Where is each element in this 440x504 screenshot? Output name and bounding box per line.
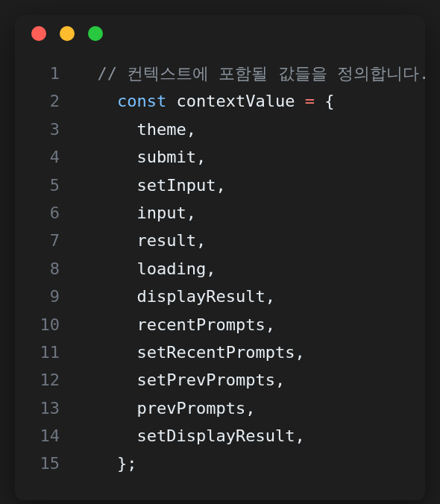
code-line: 5 setInput,	[30, 171, 410, 199]
token-identifier: setPrevPrompts,	[136, 371, 285, 389]
line-number: 10	[30, 311, 60, 338]
line-number: 5	[30, 171, 60, 199]
code-content: setRecentPrompts,	[78, 338, 305, 366]
token-identifier: prevPrompts,	[136, 399, 255, 418]
code-line: 13 prevPrompts,	[30, 394, 410, 422]
token-operator: =	[305, 92, 315, 110]
line-number: 2	[30, 87, 60, 115]
code-content: // 컨텍스트에 포함될 값들을 정의합니다.	[78, 60, 425, 87]
line-number: 11	[30, 338, 60, 366]
token-identifier: input,	[136, 204, 195, 222]
code-content: setInput,	[78, 171, 226, 199]
code-content: submit,	[78, 143, 206, 171]
code-content: };	[78, 450, 136, 477]
token-identifier: setInput,	[136, 176, 225, 195]
code-content: setPrevPrompts,	[78, 366, 285, 394]
token-punct: };	[117, 454, 137, 473]
code-line: 9 displayResult,	[30, 283, 410, 310]
code-line: 8 loading,	[30, 255, 410, 283]
line-number: 12	[30, 366, 60, 394]
code-line: 6 input,	[30, 199, 410, 227]
code-content: prevPrompts,	[78, 394, 255, 422]
titlebar	[15, 15, 425, 52]
code-content: displayResult,	[78, 283, 275, 310]
maximize-icon[interactable]	[88, 26, 103, 41]
code-line: 1 // 컨텍스트에 포함될 값들을 정의합니다.	[30, 60, 410, 87]
code-line: 3 theme,	[30, 116, 410, 143]
token-identifier: contextValue	[166, 92, 304, 110]
token-identifier: recentPrompts,	[136, 315, 274, 334]
token-identifier: setRecentPrompts,	[136, 343, 304, 362]
line-number: 4	[30, 143, 60, 171]
token-identifier: displayResult,	[136, 287, 274, 306]
code-content: recentPrompts,	[78, 311, 275, 338]
token-punct: {	[315, 92, 335, 110]
line-number: 9	[30, 283, 60, 310]
token-identifier: loading,	[136, 259, 216, 278]
close-icon[interactable]	[31, 26, 46, 41]
code-content: setDisplayResult,	[78, 422, 305, 450]
code-content: theme,	[78, 116, 196, 143]
token-identifier: theme,	[136, 120, 195, 139]
line-number: 3	[30, 116, 60, 143]
line-number: 8	[30, 255, 60, 283]
line-number: 13	[30, 394, 60, 422]
code-area[interactable]: 1 // 컨텍스트에 포함될 값들을 정의합니다.2 const context…	[15, 52, 425, 500]
code-window: 1 // 컨텍스트에 포함될 값들을 정의합니다.2 const context…	[15, 15, 425, 500]
line-number: 14	[30, 422, 60, 450]
minimize-icon[interactable]	[60, 26, 75, 41]
token-identifier: submit,	[136, 148, 206, 166]
code-line: 2 const contextValue = {	[30, 87, 410, 115]
code-content: loading,	[78, 255, 216, 283]
code-line: 15 };	[30, 450, 410, 477]
token-identifier: result,	[136, 231, 206, 250]
line-number: 6	[30, 199, 60, 227]
token-comment: // 컨텍스트에 포함될 값들을 정의합니다.	[98, 64, 426, 83]
token-keyword: const	[117, 92, 166, 110]
code-content: result,	[78, 227, 206, 254]
code-line: 14 setDisplayResult,	[30, 422, 410, 450]
code-line: 10 recentPrompts,	[30, 311, 410, 338]
token-identifier: setDisplayResult,	[136, 426, 304, 445]
line-number: 1	[30, 60, 60, 87]
code-content: input,	[78, 199, 196, 227]
code-content: const contextValue = {	[78, 87, 334, 115]
code-line: 12 setPrevPrompts,	[30, 366, 410, 394]
line-number: 15	[30, 450, 60, 477]
line-number: 7	[30, 227, 60, 254]
code-line: 11 setRecentPrompts,	[30, 338, 410, 366]
code-line: 7 result,	[30, 227, 410, 254]
code-line: 4 submit,	[30, 143, 410, 171]
